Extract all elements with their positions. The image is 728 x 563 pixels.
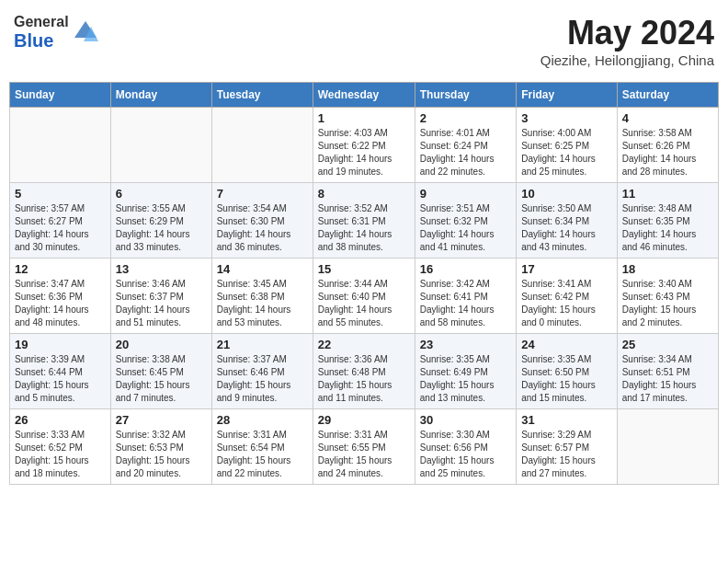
day-number: 6 <box>116 187 207 201</box>
day-cell: 1Sunrise: 4:03 AM Sunset: 6:22 PM Daylig… <box>313 108 415 183</box>
day-cell: 24Sunrise: 3:35 AM Sunset: 6:50 PM Dayli… <box>517 334 618 409</box>
col-header-monday: Monday <box>110 83 211 108</box>
day-cell: 20Sunrise: 3:38 AM Sunset: 6:45 PM Dayli… <box>110 334 211 409</box>
day-info: Sunrise: 3:35 AM Sunset: 6:50 PM Dayligh… <box>521 353 612 405</box>
day-info: Sunrise: 3:33 AM Sunset: 6:52 PM Dayligh… <box>15 429 106 480</box>
day-cell: 15Sunrise: 3:44 AM Sunset: 6:40 PM Dayli… <box>313 259 415 334</box>
day-cell: 23Sunrise: 3:35 AM Sunset: 6:49 PM Dayli… <box>415 334 516 409</box>
week-row-5: 26Sunrise: 3:33 AM Sunset: 6:52 PM Dayli… <box>10 409 719 485</box>
logo: General Blue <box>14 14 98 52</box>
calendar-header-row: SundayMondayTuesdayWednesdayThursdayFrid… <box>10 83 719 108</box>
day-number: 23 <box>420 338 511 351</box>
day-info: Sunrise: 3:32 AM Sunset: 6:53 PM Dayligh… <box>116 429 207 480</box>
day-cell: 27Sunrise: 3:32 AM Sunset: 6:53 PM Dayli… <box>110 409 211 485</box>
day-info: Sunrise: 3:39 AM Sunset: 6:44 PM Dayligh… <box>15 353 106 405</box>
day-info: Sunrise: 3:44 AM Sunset: 6:40 PM Dayligh… <box>318 278 410 329</box>
day-number: 14 <box>217 262 308 276</box>
day-number: 31 <box>521 413 612 427</box>
day-number: 8 <box>318 187 410 201</box>
day-cell: 8Sunrise: 3:52 AM Sunset: 6:31 PM Daylig… <box>313 183 415 259</box>
day-cell: 7Sunrise: 3:54 AM Sunset: 6:30 PM Daylig… <box>211 183 313 259</box>
day-info: Sunrise: 4:03 AM Sunset: 6:22 PM Dayligh… <box>318 127 410 178</box>
day-info: Sunrise: 3:42 AM Sunset: 6:41 PM Dayligh… <box>420 278 511 329</box>
day-cell: 30Sunrise: 3:30 AM Sunset: 6:56 PM Dayli… <box>415 409 516 485</box>
day-info: Sunrise: 3:52 AM Sunset: 6:31 PM Dayligh… <box>318 202 410 254</box>
day-cell: 10Sunrise: 3:50 AM Sunset: 6:34 PM Dayli… <box>517 183 618 259</box>
day-info: Sunrise: 3:50 AM Sunset: 6:34 PM Dayligh… <box>521 202 612 254</box>
day-number: 19 <box>15 338 106 351</box>
day-info: Sunrise: 3:58 AM Sunset: 6:26 PM Dayligh… <box>622 127 713 178</box>
day-number: 16 <box>420 262 511 276</box>
day-number: 26 <box>15 413 106 427</box>
week-row-2: 5Sunrise: 3:57 AM Sunset: 6:27 PM Daylig… <box>10 183 719 259</box>
day-info: Sunrise: 4:00 AM Sunset: 6:25 PM Dayligh… <box>521 127 612 178</box>
day-info: Sunrise: 3:41 AM Sunset: 6:42 PM Dayligh… <box>521 278 612 329</box>
day-info: Sunrise: 3:31 AM Sunset: 6:54 PM Dayligh… <box>217 429 308 480</box>
day-cell: 16Sunrise: 3:42 AM Sunset: 6:41 PM Dayli… <box>415 259 516 334</box>
day-number: 17 <box>521 262 612 276</box>
day-cell <box>10 108 111 183</box>
day-cell: 4Sunrise: 3:58 AM Sunset: 6:26 PM Daylig… <box>617 108 718 183</box>
day-number: 3 <box>521 111 612 125</box>
day-number: 22 <box>318 338 410 351</box>
day-cell: 6Sunrise: 3:55 AM Sunset: 6:29 PM Daylig… <box>110 183 211 259</box>
week-row-4: 19Sunrise: 3:39 AM Sunset: 6:44 PM Dayli… <box>10 334 719 409</box>
day-number: 13 <box>116 262 207 276</box>
col-header-thursday: Thursday <box>415 83 516 108</box>
day-info: Sunrise: 3:37 AM Sunset: 6:46 PM Dayligh… <box>217 353 308 405</box>
day-number: 12 <box>15 262 106 276</box>
day-number: 1 <box>318 111 410 125</box>
day-cell: 5Sunrise: 3:57 AM Sunset: 6:27 PM Daylig… <box>10 183 111 259</box>
col-header-sunday: Sunday <box>10 83 111 108</box>
day-info: Sunrise: 3:55 AM Sunset: 6:29 PM Dayligh… <box>116 202 207 254</box>
day-cell: 3Sunrise: 4:00 AM Sunset: 6:25 PM Daylig… <box>517 108 618 183</box>
day-info: Sunrise: 3:34 AM Sunset: 6:51 PM Dayligh… <box>622 353 713 405</box>
day-cell: 31Sunrise: 3:29 AM Sunset: 6:57 PM Dayli… <box>517 409 618 485</box>
title-area: May 2024 Qiezihe, Heilongjiang, China <box>540 14 714 68</box>
day-info: Sunrise: 3:31 AM Sunset: 6:55 PM Dayligh… <box>318 429 410 480</box>
day-number: 18 <box>622 262 713 276</box>
day-number: 25 <box>622 338 713 351</box>
day-cell: 11Sunrise: 3:48 AM Sunset: 6:35 PM Dayli… <box>617 183 718 259</box>
day-info: Sunrise: 3:47 AM Sunset: 6:36 PM Dayligh… <box>15 278 106 329</box>
day-cell: 13Sunrise: 3:46 AM Sunset: 6:37 PM Dayli… <box>110 259 211 334</box>
day-cell <box>617 409 718 485</box>
day-cell: 29Sunrise: 3:31 AM Sunset: 6:55 PM Dayli… <box>313 409 415 485</box>
day-number: 2 <box>420 111 511 125</box>
day-cell: 19Sunrise: 3:39 AM Sunset: 6:44 PM Dayli… <box>10 334 111 409</box>
week-row-3: 12Sunrise: 3:47 AM Sunset: 6:36 PM Dayli… <box>10 259 719 334</box>
col-header-tuesday: Tuesday <box>211 83 313 108</box>
day-info: Sunrise: 3:45 AM Sunset: 6:38 PM Dayligh… <box>217 278 308 329</box>
day-cell: 28Sunrise: 3:31 AM Sunset: 6:54 PM Dayli… <box>211 409 313 485</box>
day-info: Sunrise: 3:51 AM Sunset: 6:32 PM Dayligh… <box>420 202 511 254</box>
day-info: Sunrise: 3:30 AM Sunset: 6:56 PM Dayligh… <box>420 429 511 480</box>
day-number: 20 <box>116 338 207 351</box>
calendar-table: SundayMondayTuesdayWednesdayThursdayFrid… <box>9 82 719 485</box>
day-info: Sunrise: 3:57 AM Sunset: 6:27 PM Dayligh… <box>15 202 106 254</box>
day-cell: 26Sunrise: 3:33 AM Sunset: 6:52 PM Dayli… <box>10 409 111 485</box>
day-cell <box>211 108 313 183</box>
col-header-wednesday: Wednesday <box>313 83 415 108</box>
day-info: Sunrise: 3:48 AM Sunset: 6:35 PM Dayligh… <box>622 202 713 254</box>
day-cell: 22Sunrise: 3:36 AM Sunset: 6:48 PM Dayli… <box>313 334 415 409</box>
day-info: Sunrise: 3:36 AM Sunset: 6:48 PM Dayligh… <box>318 353 410 405</box>
day-number: 5 <box>15 187 106 201</box>
day-number: 21 <box>217 338 308 351</box>
day-number: 29 <box>318 413 410 427</box>
day-cell: 2Sunrise: 4:01 AM Sunset: 6:24 PM Daylig… <box>415 108 516 183</box>
month-title: May 2024 <box>540 14 714 52</box>
day-cell: 9Sunrise: 3:51 AM Sunset: 6:32 PM Daylig… <box>415 183 516 259</box>
day-cell: 21Sunrise: 3:37 AM Sunset: 6:46 PM Dayli… <box>211 334 313 409</box>
day-number: 24 <box>521 338 612 351</box>
day-cell <box>110 108 211 183</box>
day-info: Sunrise: 3:29 AM Sunset: 6:57 PM Dayligh… <box>521 429 612 480</box>
day-number: 7 <box>217 187 308 201</box>
day-cell: 17Sunrise: 3:41 AM Sunset: 6:42 PM Dayli… <box>517 259 618 334</box>
day-info: Sunrise: 3:40 AM Sunset: 6:43 PM Dayligh… <box>622 278 713 329</box>
day-number: 10 <box>521 187 612 201</box>
day-number: 15 <box>318 262 410 276</box>
col-header-friday: Friday <box>517 83 618 108</box>
week-row-1: 1Sunrise: 4:03 AM Sunset: 6:22 PM Daylig… <box>10 108 719 183</box>
day-cell: 14Sunrise: 3:45 AM Sunset: 6:38 PM Dayli… <box>211 259 313 334</box>
day-info: Sunrise: 3:54 AM Sunset: 6:30 PM Dayligh… <box>217 202 308 254</box>
